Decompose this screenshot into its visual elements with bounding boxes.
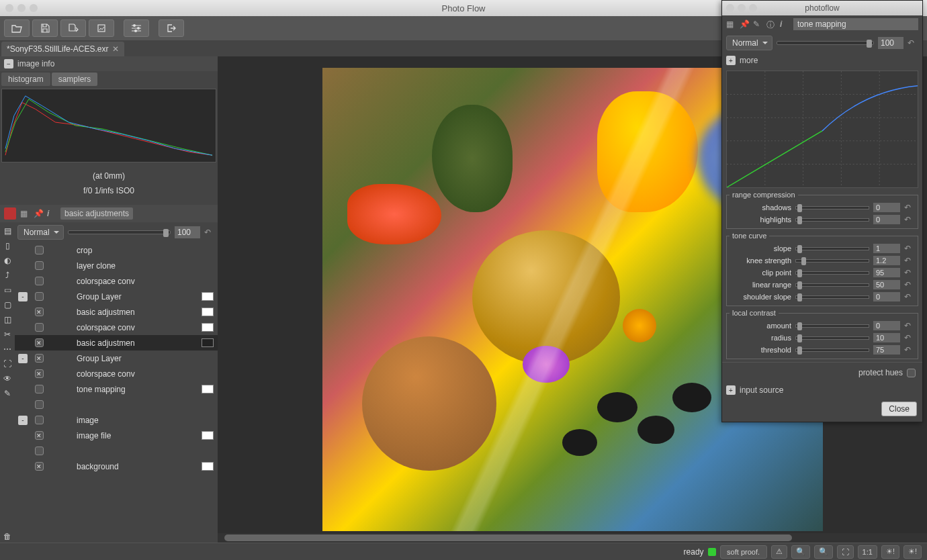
linear-range-reset-icon[interactable]: ↶ <box>904 280 915 289</box>
close-tab-icon[interactable]: ✕ <box>112 44 119 54</box>
layer-swatch[interactable] <box>202 431 214 440</box>
highlights-input[interactable]: 0 <box>873 215 900 224</box>
shoulder-slope-slider[interactable] <box>795 295 869 299</box>
layer-row[interactable]: crop <box>15 242 218 258</box>
gradient-tool-icon[interactable]: ▤ <box>1 225 13 237</box>
layer-visible-checkbox[interactable] <box>35 261 44 270</box>
layer-visible-checkbox[interactable] <box>35 447 44 455</box>
info-icon[interactable]: i <box>47 209 56 218</box>
layer-visible-checkbox[interactable] <box>35 277 44 285</box>
crop-tool-icon[interactable]: ✂ <box>1 328 13 340</box>
linear-range-slider[interactable] <box>795 283 869 287</box>
layer-visible-checkbox[interactable]: ✕ <box>35 338 44 347</box>
threshold-input[interactable]: 75 <box>873 345 900 355</box>
layer-row[interactable]: ✕basic adjustmen <box>15 304 218 320</box>
levels-tool-icon[interactable]: ▭ <box>1 284 13 296</box>
layer-row[interactable]: ✕background <box>15 459 218 474</box>
layer-visible-checkbox[interactable]: ✕ <box>35 354 44 363</box>
layer-expand-icon[interactable]: - <box>18 292 28 301</box>
panel-minimize-icon[interactable] <box>738 4 746 12</box>
knee-strength-slider[interactable] <box>795 259 869 263</box>
zoom-in-button[interactable]: 🔍 <box>814 545 833 559</box>
opacity-slider[interactable] <box>68 230 171 234</box>
more-expand-icon[interactable]: + <box>726 56 736 65</box>
geometry-tool-icon[interactable]: ◫ <box>1 314 13 326</box>
panel-zoom-icon[interactable] <box>749 4 757 12</box>
close-button[interactable]: Close <box>881 402 917 416</box>
threshold-slider[interactable] <box>795 348 869 352</box>
module-opacity-slider[interactable] <box>777 41 874 45</box>
layer-visible-checkbox[interactable] <box>35 292 44 301</box>
module-name-input[interactable]: tone mapping <box>793 18 918 30</box>
trash-icon[interactable]: 🗑 <box>1 530 13 543</box>
tab-histogram[interactable]: histogram <box>1 73 50 86</box>
shadows-input[interactable]: 0 <box>873 203 900 212</box>
layer-row[interactable]: -✕Group Layer <box>15 351 218 366</box>
layer-swatch[interactable] <box>202 338 214 347</box>
misc-tool-icon[interactable]: ⋯ <box>1 343 13 355</box>
module-opacity-input[interactable]: 100 <box>878 37 903 49</box>
tab-samplers[interactable]: samplers <box>52 73 98 86</box>
knee-strength-reset-icon[interactable]: ↶ <box>904 256 915 265</box>
layer-visible-checkbox[interactable] <box>35 385 44 393</box>
layer-row[interactable]: -image <box>15 412 218 428</box>
layer-row[interactable]: ✕basic adjustmen <box>15 335 218 351</box>
curve-tool-icon[interactable]: ⤴ <box>1 269 13 281</box>
settings-button[interactable] <box>124 19 149 37</box>
slope-input[interactable]: 1 <box>873 244 900 253</box>
zoom-one-to-one-button[interactable]: 1:1 <box>858 545 877 559</box>
open-button[interactable] <box>4 19 30 37</box>
horizontal-scrollbar[interactable] <box>218 533 927 543</box>
minimize-window-icon[interactable] <box>17 4 26 12</box>
layer-swatch[interactable] <box>202 308 214 316</box>
layer-swatch[interactable] <box>202 385 214 393</box>
opacity-input[interactable]: 100 <box>175 226 200 238</box>
save-as-button[interactable] <box>60 19 86 37</box>
shoulder-slope-reset-icon[interactable]: ↶ <box>904 292 915 301</box>
layer-visible-checkbox[interactable] <box>35 416 44 424</box>
amount-slider[interactable] <box>795 324 869 328</box>
collapse-icon[interactable]: − <box>4 59 13 68</box>
layer-swatch[interactable] <box>202 323 214 332</box>
input-source-expand-icon[interactable]: + <box>726 385 736 395</box>
amount-input[interactable]: 0 <box>873 321 900 330</box>
module-info-icon[interactable]: ⓘ <box>766 19 776 29</box>
expand-tool-icon[interactable]: ⛶ <box>1 358 13 370</box>
layer-row[interactable]: -Group Layer <box>15 289 218 304</box>
module-blend-select[interactable]: Normal <box>726 36 772 50</box>
clip-point-slider[interactable] <box>795 271 869 275</box>
module-italic-info-icon[interactable]: i <box>780 19 789 29</box>
image-info-header[interactable]: − image info <box>0 56 218 71</box>
highlights-slider[interactable] <box>795 218 869 222</box>
module-pin-icon[interactable]: 📌 <box>740 19 749 29</box>
knee-strength-input[interactable]: 1.2 <box>873 256 900 265</box>
exit-button[interactable] <box>159 19 184 37</box>
layer-visible-checkbox[interactable]: ✕ <box>35 431 44 440</box>
shadows-slider[interactable] <box>795 206 869 209</box>
blend-mode-select[interactable]: Normal <box>17 225 64 240</box>
slope-reset-icon[interactable]: ↶ <box>904 244 915 253</box>
mask-tool-icon[interactable]: ▢ <box>1 299 13 311</box>
eye-tool-icon[interactable]: 👁 <box>1 373 13 385</box>
layer-swatch[interactable] <box>202 292 214 301</box>
zoom-out-button[interactable]: 🔍 <box>791 545 810 559</box>
soft-proof-button[interactable]: soft proof. <box>720 545 767 559</box>
highlights-reset-icon[interactable]: ↶ <box>904 215 915 224</box>
layer-visible-checkbox[interactable]: ✕ <box>35 462 44 471</box>
layer-visible-checkbox[interactable] <box>35 400 44 409</box>
slope-slider[interactable] <box>795 247 869 250</box>
layer-swatch[interactable] <box>202 462 214 471</box>
tone-curve-display[interactable] <box>726 71 918 188</box>
module-expand-icon[interactable]: ▦ <box>726 19 736 29</box>
layer-row[interactable] <box>15 443 218 459</box>
threshold-reset-icon[interactable]: ↶ <box>904 345 915 355</box>
module-edit-icon[interactable]: ✎ <box>753 19 762 29</box>
shadows-reset-icon[interactable]: ↶ <box>904 203 915 212</box>
save-button[interactable] <box>32 19 58 37</box>
module-reset-icon[interactable]: ↶ <box>908 38 918 48</box>
radius-slider[interactable] <box>795 336 869 340</box>
layer-row[interactable]: ✕colorspace conv <box>15 366 218 381</box>
close-window-icon[interactable] <box>5 4 13 12</box>
layer-expand-icon[interactable]: - <box>18 354 28 363</box>
layer-row[interactable]: tone mapping <box>15 381 218 397</box>
